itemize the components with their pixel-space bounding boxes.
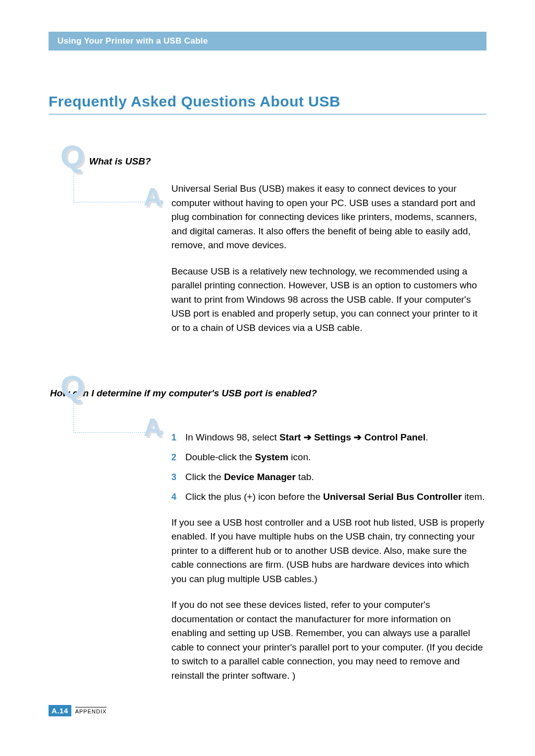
step-number: 2: [171, 451, 185, 464]
step-item: 1 In Windows 98, select Start ➔ Settings…: [171, 431, 486, 444]
faq-item: Q Q A A How can I determine if my comput…: [49, 371, 486, 695]
step-item: 4 Click the plus (+) icon before the Uni…: [171, 490, 486, 504]
step-number: 4: [171, 490, 185, 504]
section-header: Using Your Printer with a USB Cable: [49, 32, 486, 51]
step-item: 3 Click the Device Manager tab.: [171, 470, 486, 484]
answer-content: How can I determine if my computer's USB…: [171, 371, 486, 695]
footer-label: APPENDIX: [75, 707, 107, 714]
page-title: Frequently Asked Questions About USB: [49, 93, 486, 114]
answer-paragraph: Because USB is a relatively new technolo…: [171, 265, 486, 335]
step-number: 1: [171, 431, 185, 444]
steps-list: 1 In Windows 98, select Start ➔ Settings…: [171, 431, 486, 504]
step-number: 3: [171, 471, 185, 484]
page-number-badge: A.14: [49, 705, 71, 716]
question-text: What is USB?: [89, 156, 151, 167]
answer-icon: A A: [144, 413, 161, 442]
answer-paragraph: If you do not see these devices listed, …: [171, 598, 486, 683]
answer-content: Universal Serial Bus (USB) makes it easy…: [171, 140, 486, 347]
question-icon: Q Q: [60, 369, 171, 404]
answer-paragraph: Universal Serial Bus (USB) makes it easy…: [171, 182, 486, 253]
faq-item: Q Q What is USB? A A Universal Serial Bu…: [49, 140, 486, 347]
step-item: 2 Double-click the System icon.: [171, 450, 486, 464]
answer-icon: A A: [144, 183, 161, 212]
answer-paragraph: If you see a USB host controller and a U…: [171, 516, 486, 587]
page-footer: A.14 APPENDIX: [49, 705, 107, 716]
